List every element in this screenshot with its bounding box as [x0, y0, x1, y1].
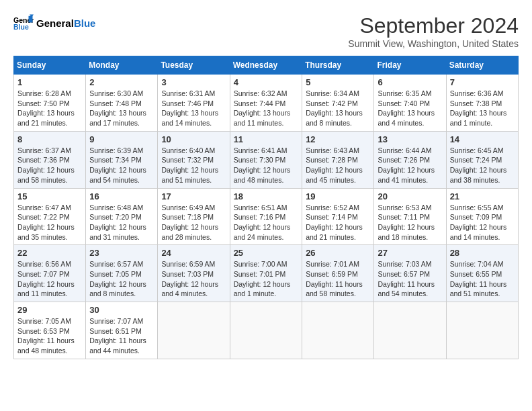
day-info: Sunrise: 6:30 AM Sunset: 7:48 PM Dayligh…: [89, 89, 154, 128]
day-info: Sunrise: 7:00 AM Sunset: 7:01 PM Dayligh…: [234, 259, 299, 299]
day-info: Sunrise: 6:56 AM Sunset: 7:07 PM Dayligh…: [17, 259, 82, 299]
table-row: 7 Sunrise: 6:36 AM Sunset: 7:38 PM Dayli…: [446, 75, 518, 132]
daylight-text: Daylight: 12 hours and 8 minutes.: [89, 279, 154, 299]
daylight-text: Daylight: 12 hours and 24 minutes.: [234, 222, 299, 242]
table-row: 17 Sunrise: 6:49 AM Sunset: 7:18 PM Dayl…: [158, 188, 230, 245]
table-row: [230, 302, 302, 359]
sunrise-text: Sunrise: 6:57 AM: [89, 259, 154, 269]
sunrise-text: Sunrise: 6:28 AM: [17, 89, 82, 99]
page-wrapper: General Blue GeneralBlue September 2024 …: [13, 13, 519, 359]
sunset-text: Sunset: 7:30 PM: [234, 155, 299, 165]
sunset-text: Sunset: 6:51 PM: [89, 326, 154, 336]
daylight-text: Daylight: 12 hours and 14 minutes.: [450, 222, 515, 242]
sunset-text: Sunset: 7:07 PM: [17, 269, 82, 279]
sunset-text: Sunset: 7:14 PM: [306, 212, 370, 222]
day-info: Sunrise: 6:45 AM Sunset: 7:24 PM Dayligh…: [450, 146, 515, 185]
table-row: 18 Sunrise: 6:51 AM Sunset: 7:16 PM Dayl…: [230, 188, 302, 245]
day-number: 25: [234, 248, 299, 258]
sunrise-text: Sunrise: 6:43 AM: [306, 146, 370, 156]
day-info: Sunrise: 6:35 AM Sunset: 7:40 PM Dayligh…: [378, 89, 442, 128]
sunset-text: Sunset: 7:22 PM: [17, 212, 82, 222]
day-info: Sunrise: 7:04 AM Sunset: 6:55 PM Dayligh…: [450, 259, 515, 299]
table-row: 4 Sunrise: 6:32 AM Sunset: 7:44 PM Dayli…: [230, 75, 302, 132]
calendar-week-row: 1 Sunrise: 6:28 AM Sunset: 7:50 PM Dayli…: [14, 75, 519, 132]
sunset-text: Sunset: 7:38 PM: [450, 99, 515, 109]
sunset-text: Sunset: 7:01 PM: [234, 269, 299, 279]
day-info: Sunrise: 6:34 AM Sunset: 7:42 PM Dayligh…: [306, 89, 370, 128]
daylight-text: Daylight: 13 hours and 11 minutes.: [234, 108, 299, 128]
daylight-text: Daylight: 11 hours and 51 minutes.: [450, 279, 515, 299]
day-info: Sunrise: 6:51 AM Sunset: 7:16 PM Dayligh…: [234, 203, 299, 242]
day-info: Sunrise: 6:40 AM Sunset: 7:32 PM Dayligh…: [161, 146, 226, 185]
sunset-text: Sunset: 7:09 PM: [450, 212, 515, 222]
logo-general: General: [36, 17, 74, 29]
sunset-text: Sunset: 7:11 PM: [378, 212, 442, 222]
sunset-text: Sunset: 7:26 PM: [378, 155, 442, 165]
sunrise-text: Sunrise: 6:40 AM: [161, 146, 226, 156]
table-row: 9 Sunrise: 6:39 AM Sunset: 7:34 PM Dayli…: [86, 131, 158, 188]
day-info: Sunrise: 6:55 AM Sunset: 7:09 PM Dayligh…: [450, 203, 515, 242]
daylight-text: Daylight: 12 hours and 54 minutes.: [89, 165, 154, 185]
table-row: 15 Sunrise: 6:47 AM Sunset: 7:22 PM Dayl…: [14, 188, 86, 245]
sunset-text: Sunset: 7:18 PM: [161, 212, 226, 222]
day-info: Sunrise: 6:36 AM Sunset: 7:38 PM Dayligh…: [450, 89, 515, 128]
daylight-text: Daylight: 12 hours and 28 minutes.: [161, 222, 226, 242]
sunset-text: Sunset: 6:59 PM: [306, 269, 370, 279]
day-info: Sunrise: 7:05 AM Sunset: 6:53 PM Dayligh…: [17, 316, 82, 356]
day-info: Sunrise: 7:07 AM Sunset: 6:51 PM Dayligh…: [89, 316, 154, 356]
day-number: 19: [306, 191, 370, 201]
sunrise-text: Sunrise: 6:47 AM: [17, 203, 82, 213]
day-number: 8: [17, 134, 82, 144]
daylight-text: Daylight: 13 hours and 14 minutes.: [161, 108, 226, 128]
table-row: 29 Sunrise: 7:05 AM Sunset: 6:53 PM Dayl…: [14, 302, 86, 359]
table-row: 22 Sunrise: 6:56 AM Sunset: 7:07 PM Dayl…: [14, 245, 86, 302]
table-row: 14 Sunrise: 6:45 AM Sunset: 7:24 PM Dayl…: [446, 131, 518, 188]
header-wednesday: Wednesday: [230, 56, 302, 75]
sunrise-text: Sunrise: 6:39 AM: [89, 146, 154, 156]
table-row: [374, 302, 446, 359]
header-friday: Friday: [374, 56, 446, 75]
sunrise-text: Sunrise: 7:05 AM: [17, 316, 82, 326]
day-number: 10: [161, 134, 226, 144]
daylight-text: Daylight: 12 hours and 38 minutes.: [450, 165, 515, 185]
sunset-text: Sunset: 7:46 PM: [161, 99, 226, 109]
table-row: 16 Sunrise: 6:48 AM Sunset: 7:20 PM Dayl…: [86, 188, 158, 245]
header-tuesday: Tuesday: [158, 56, 230, 75]
daylight-text: Daylight: 11 hours and 48 minutes.: [17, 336, 82, 355]
day-number: 29: [17, 305, 82, 315]
table-row: 12 Sunrise: 6:43 AM Sunset: 7:28 PM Dayl…: [302, 131, 374, 188]
table-row: 27 Sunrise: 7:03 AM Sunset: 6:57 PM Dayl…: [374, 245, 446, 302]
daylight-text: Daylight: 13 hours and 1 minute.: [450, 108, 515, 128]
table-row: 1 Sunrise: 6:28 AM Sunset: 7:50 PM Dayli…: [14, 75, 86, 132]
calendar-week-row: 29 Sunrise: 7:05 AM Sunset: 6:53 PM Dayl…: [14, 302, 519, 359]
day-number: 5: [306, 77, 370, 87]
day-number: 1: [17, 77, 82, 87]
day-number: 23: [89, 248, 154, 258]
daylight-text: Daylight: 12 hours and 48 minutes.: [234, 165, 299, 185]
calendar-week-row: 8 Sunrise: 6:37 AM Sunset: 7:36 PM Dayli…: [14, 131, 519, 188]
sunset-text: Sunset: 7:28 PM: [306, 155, 370, 165]
day-number: 16: [89, 191, 154, 201]
day-info: Sunrise: 7:01 AM Sunset: 6:59 PM Dayligh…: [306, 259, 370, 299]
day-number: 2: [89, 77, 154, 87]
svg-text:Blue: Blue: [13, 23, 29, 31]
sunrise-text: Sunrise: 6:45 AM: [450, 146, 515, 156]
day-info: Sunrise: 6:31 AM Sunset: 7:46 PM Dayligh…: [161, 89, 226, 128]
header-sunday: Sunday: [14, 56, 86, 75]
logo: General Blue GeneralBlue: [13, 13, 95, 34]
day-number: 6: [378, 77, 442, 87]
day-number: 18: [234, 191, 299, 201]
daylight-text: Daylight: 12 hours and 41 minutes.: [378, 165, 442, 185]
table-row: 28 Sunrise: 7:04 AM Sunset: 6:55 PM Dayl…: [446, 245, 518, 302]
sunrise-text: Sunrise: 6:35 AM: [378, 89, 442, 99]
table-row: 30 Sunrise: 7:07 AM Sunset: 6:51 PM Dayl…: [86, 302, 158, 359]
header-thursday: Thursday: [302, 56, 374, 75]
day-number: 15: [17, 191, 82, 201]
month-title: September 2024: [348, 13, 519, 38]
sunrise-text: Sunrise: 6:31 AM: [161, 89, 226, 99]
sunset-text: Sunset: 7:05 PM: [89, 269, 154, 279]
table-row: 23 Sunrise: 6:57 AM Sunset: 7:05 PM Dayl…: [86, 245, 158, 302]
day-number: 24: [161, 248, 226, 258]
sunrise-text: Sunrise: 6:49 AM: [161, 203, 226, 213]
calendar-table: Sunday Monday Tuesday Wednesday Thursday…: [13, 56, 519, 359]
